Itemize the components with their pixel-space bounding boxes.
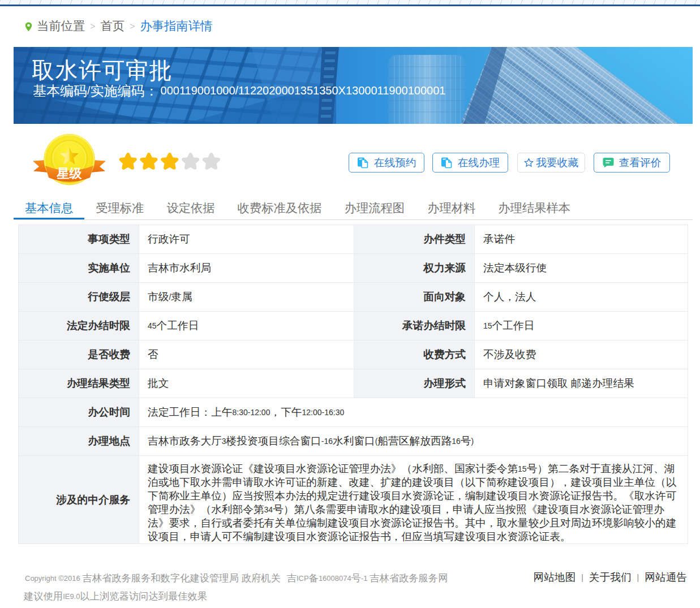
svg-text:星级: 星级 <box>57 166 83 180</box>
